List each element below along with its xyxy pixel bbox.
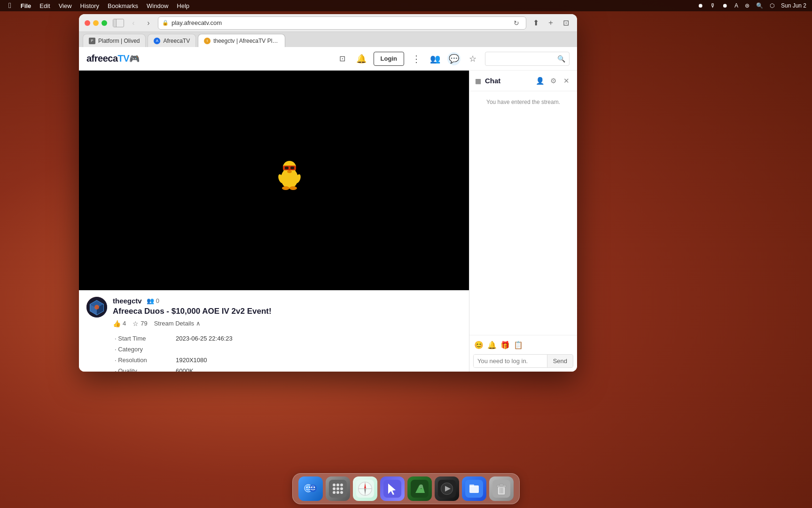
dock-item-files[interactable] <box>462 476 486 501</box>
chat-text-field[interactable] <box>474 355 547 367</box>
streamer-avatar[interactable] <box>86 297 107 318</box>
site-logo[interactable]: afreecaTV🎮 <box>86 53 140 64</box>
svg-point-8 <box>282 186 289 190</box>
menu-bar-left:  File Edit View History Bookmarks Windo… <box>4 0 193 11</box>
notification-button[interactable]: 🔔 <box>355 52 368 65</box>
dock-item-volt[interactable] <box>407 476 432 501</box>
dock-item-safari[interactable] <box>353 476 377 501</box>
streamer-name[interactable]: theegctv <box>113 297 142 305</box>
dock-item-cursor[interactable] <box>380 476 405 501</box>
chevron-down-icon: ∧ <box>196 320 201 327</box>
video-area: theegctv 👥 0 Afreeca Duos - $10,000 AOE … <box>79 71 469 372</box>
browser-content: afreecaTV🎮 ⊡ 🔔 Login ⋮ 👥 💬 ☆ 🔍 <box>79 47 577 372</box>
search-bar[interactable]: 🔍 <box>485 52 570 66</box>
stream-details-table: Start Time 2023-06-25 22:46:23 Category … <box>86 331 461 372</box>
tab-theegctv[interactable]: t theegctv | AfreecaTV Player <box>198 34 285 47</box>
dock-item-quicktime[interactable] <box>435 476 459 501</box>
screen-record-icon: ⏺ <box>720 2 730 9</box>
detail-row-starttime: Start Time 2023-06-25 22:46:23 <box>115 333 461 344</box>
detail-row-category: Category <box>115 344 461 355</box>
login-button[interactable]: Login <box>374 52 404 66</box>
dock-item-launchpad[interactable] <box>326 476 350 501</box>
menu-bookmarks[interactable]: Bookmarks <box>104 0 142 11</box>
chat-input-row: 😊 🔔 🎁 📋 <box>473 339 573 350</box>
viewer-count-value: 0 <box>156 297 159 304</box>
apple-menu[interactable]:  <box>4 0 16 11</box>
close-button[interactable] <box>85 20 90 26</box>
minimize-button[interactable] <box>93 20 99 26</box>
tab-favicon-theeg: t <box>204 38 211 44</box>
url-text: play.afreecatv.com <box>172 19 222 26</box>
sidebar-toggle-button[interactable] <box>113 19 124 27</box>
menu-history[interactable]: History <box>77 0 103 11</box>
tab-label-platform: Platform | Olived <box>98 38 140 44</box>
new-tab-button[interactable]: ＋ <box>545 17 556 29</box>
emoji-button[interactable]: 😊 <box>473 339 484 350</box>
site-header-right: ⊡ 🔔 Login ⋮ 👥 💬 ☆ 🔍 <box>336 52 570 66</box>
stream-details-button[interactable]: Stream Details ∧ <box>154 320 201 327</box>
likes-count: 4 <box>123 320 126 327</box>
tab-platform[interactable]: P Platform | Olived <box>83 34 146 47</box>
svg-point-9 <box>289 186 297 190</box>
video-player[interactable] <box>79 71 469 290</box>
tab-label-afreeca: AfreecaTV <box>163 38 190 44</box>
stream-title: Afreeca Duos - $10,000 AOE IV 2v2 Event! <box>113 307 461 316</box>
reload-button[interactable]: ↻ <box>511 17 522 29</box>
users-icon-button[interactable]: 👥 <box>429 52 442 65</box>
svg-point-22 <box>306 487 308 488</box>
dock-item-trash[interactable] <box>489 476 514 501</box>
more-button[interactable]: ⋮ <box>410 52 423 65</box>
list-button[interactable]: 📋 <box>513 339 524 350</box>
wifi-icon: ⊛ <box>743 2 751 9</box>
text-input-icon: A <box>733 2 740 9</box>
audio-icon: 🎙 <box>708 2 718 9</box>
menu-edit[interactable]: Edit <box>36 0 54 11</box>
svg-point-31 <box>336 487 339 490</box>
svg-point-35 <box>340 491 343 494</box>
chat-close-button[interactable]: ✕ <box>561 76 571 86</box>
address-bar[interactable]: 🔒 play.afreecatv.com ↻ <box>158 16 526 30</box>
stream-info: theegctv 👥 0 Afreeca Duos - $10,000 AOE … <box>79 290 469 372</box>
tab-favicon-platform: P <box>89 38 95 44</box>
back-button[interactable]: ‹ <box>128 17 139 29</box>
traffic-lights <box>85 20 107 26</box>
stream-stats: 👍 4 ☆ 79 Stream Details ∧ <box>113 320 461 327</box>
screen-icon-button[interactable]: ⊡ <box>336 52 349 65</box>
search-input[interactable] <box>489 55 554 62</box>
menu-window[interactable]: Window <box>143 0 172 11</box>
svg-point-28 <box>336 484 339 486</box>
maximize-button[interactable] <box>102 20 107 26</box>
site-main: theegctv 👥 0 Afreeca Duos - $10,000 AOE … <box>79 71 577 372</box>
duck-mascot <box>275 157 304 195</box>
chat-header-actions: 👤 ⚙ ✕ <box>535 76 571 86</box>
svg-point-29 <box>340 484 343 486</box>
chat-settings-button[interactable]: ⚙ <box>548 76 558 86</box>
chat-input-icons: 😊 🔔 🎁 📋 <box>473 339 524 350</box>
extensions-button[interactable]: ⊡ <box>560 17 571 29</box>
siri-icon[interactable]: ⬡ <box>768 2 776 9</box>
share-button[interactable]: ⬆ <box>530 17 541 29</box>
gift-button[interactable]: 🎁 <box>500 339 511 350</box>
forward-button[interactable]: › <box>143 17 154 29</box>
chat-icon-button[interactable]: 💬 <box>447 52 461 65</box>
tab-afreecatv[interactable]: A AfreecaTV <box>148 34 196 47</box>
chat-header: ▦ Chat 👤 ⚙ ✕ <box>469 71 577 91</box>
detail-row-resolution: Resolution 1920X1080 <box>115 355 461 365</box>
likes-stat[interactable]: 👍 4 <box>113 320 126 327</box>
menu-file[interactable]: File <box>17 0 35 11</box>
notification-chat-button[interactable]: 🔔 <box>486 339 498 350</box>
chat-title: Chat <box>485 77 531 85</box>
search-menu-icon[interactable]: 🔍 <box>754 2 765 9</box>
star-icon-button[interactable]: ☆ <box>466 52 479 65</box>
menu-view[interactable]: View <box>55 0 76 11</box>
follow-icon: ☆ <box>133 320 139 327</box>
followers-stat[interactable]: ☆ 79 <box>133 320 147 327</box>
menu-help[interactable]: Help <box>173 0 193 11</box>
chat-send-button[interactable]: Send <box>547 355 573 367</box>
quality-value: 6000K <box>176 367 194 372</box>
chat-input-area[interactable]: Send <box>473 354 573 368</box>
chat-users-button[interactable]: 👤 <box>535 76 545 86</box>
dock-item-finder[interactable] <box>298 476 323 501</box>
viewer-icon: 👥 <box>147 297 154 304</box>
svg-point-24 <box>311 487 312 488</box>
